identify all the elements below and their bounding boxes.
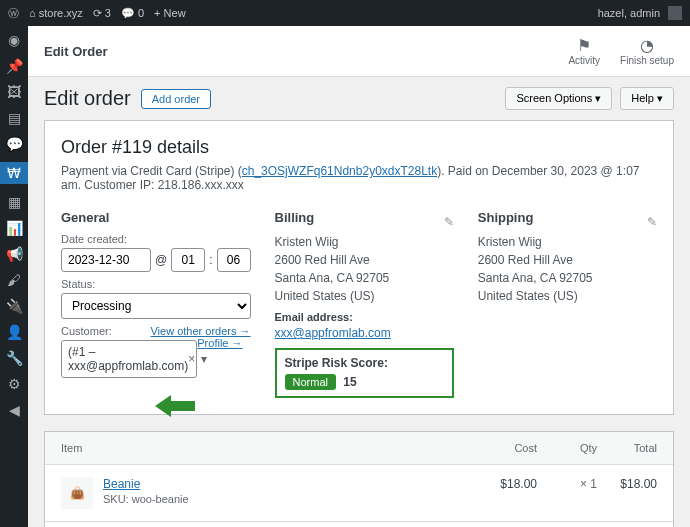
title-bar: Edit order Add order Screen Options ▾ He… bbox=[28, 77, 690, 120]
home-icon[interactable]: ⌂ store.xyz bbox=[29, 7, 83, 19]
date-input[interactable] bbox=[61, 248, 151, 272]
billing-email-link[interactable]: xxx@appfromlab.com bbox=[275, 326, 391, 340]
woocommerce-icon[interactable]: ₩ bbox=[0, 162, 28, 184]
col-qty: Qty bbox=[537, 442, 597, 454]
col-item: Item bbox=[61, 442, 477, 454]
wp-logo-icon[interactable]: ⓦ bbox=[8, 6, 19, 21]
profile-link[interactable]: Profile → bbox=[197, 337, 242, 349]
order-details-card: Order #119 details Payment via Credit Ca… bbox=[44, 120, 674, 415]
customer-select[interactable]: (#1 – xxx@appfromlab.com) × ▾ bbox=[61, 340, 197, 378]
chevron-down-icon[interactable]: ▾ bbox=[201, 352, 207, 366]
page-title: Edit order bbox=[44, 87, 131, 110]
general-heading: General bbox=[61, 210, 251, 225]
annotation-arrow-icon bbox=[155, 393, 195, 419]
finish-setup-icon: ◔ bbox=[620, 36, 674, 55]
status-select[interactable]: Processing bbox=[61, 293, 251, 319]
help-button[interactable]: Help ▾ bbox=[620, 87, 674, 110]
product-thumb-icon: 👜 bbox=[61, 477, 93, 509]
admin-sidebar: ◉ 📌 🖾 ▤ 💬 ₩ ▦ 📊 📢 🖌 🔌 👤 🔧 ⚙ ◀ bbox=[0, 26, 28, 527]
pages-icon[interactable]: ▤ bbox=[6, 110, 22, 126]
status-label: Status: bbox=[61, 278, 251, 290]
item-qty: × 1 bbox=[537, 477, 597, 491]
pin-icon[interactable]: 📌 bbox=[6, 58, 22, 74]
stripe-risk-box: Stripe Risk Score: Normal 15 bbox=[275, 348, 454, 398]
clear-customer-icon[interactable]: × bbox=[188, 352, 195, 366]
edit-billing-icon[interactable]: ✎ bbox=[444, 215, 454, 229]
plugins-icon[interactable]: 🔌 bbox=[6, 298, 22, 314]
minute-input[interactable] bbox=[217, 248, 251, 272]
svg-marker-0 bbox=[155, 395, 195, 417]
page-header: Edit Order ⚑ Activity ◔ Finish setup bbox=[28, 26, 690, 77]
date-created-label: Date created: bbox=[61, 233, 251, 245]
add-order-button[interactable]: Add order bbox=[141, 89, 211, 109]
customer-value: (#1 – xxx@appfromlab.com) bbox=[68, 345, 188, 373]
order-items-card: Item Cost Qty Total 👜 Beanie SKU: woo-be… bbox=[44, 431, 674, 527]
billing-heading: Billing bbox=[275, 210, 315, 225]
at-symbol: @ bbox=[155, 253, 167, 267]
stripe-charge-link[interactable]: ch_3OSjWZFq61Ndnb2y0xdxT28Ltk bbox=[242, 164, 437, 178]
items-header-row: Item Cost Qty Total bbox=[45, 432, 673, 465]
avatar-icon[interactable] bbox=[668, 6, 682, 20]
dashboard-icon[interactable]: ◉ bbox=[6, 32, 22, 48]
col-total: Total bbox=[597, 442, 657, 454]
order-subtitle: Payment via Credit Card (Stripe) (ch_3OS… bbox=[61, 164, 657, 192]
order-totals: Items Subtotal: $18.00 Order Total: $18.… bbox=[45, 521, 673, 527]
email-label: Email address: bbox=[275, 311, 454, 323]
item-total: $18.00 bbox=[597, 477, 657, 491]
updates-icon[interactable]: ⟳ 3 bbox=[93, 7, 111, 20]
appearance-icon[interactable]: 🖌 bbox=[6, 272, 22, 288]
collapse-icon[interactable]: ◀ bbox=[6, 402, 22, 418]
general-column: General Date created: @ : Status: Proces… bbox=[61, 210, 251, 398]
tools-icon[interactable]: 🔧 bbox=[6, 350, 22, 366]
comments-menu-icon[interactable]: 💬 bbox=[6, 136, 22, 152]
edit-shipping-icon[interactable]: ✎ bbox=[647, 215, 657, 229]
risk-score-label: Stripe Risk Score: bbox=[285, 356, 444, 370]
finish-setup-button[interactable]: ◔ Finish setup bbox=[620, 36, 674, 66]
shipping-column: Shipping ✎ Kristen Wiig 2600 Red Hill Av… bbox=[478, 210, 657, 398]
billing-address: Kristen Wiig 2600 Red Hill Ave Santa Ana… bbox=[275, 233, 454, 305]
hour-input[interactable] bbox=[171, 248, 205, 272]
col-cost: Cost bbox=[477, 442, 537, 454]
user-greeting[interactable]: hazel, admin bbox=[598, 7, 660, 19]
activity-button[interactable]: ⚑ Activity bbox=[568, 36, 600, 66]
admin-topbar: ⓦ ⌂ store.xyz ⟳ 3 💬 0 + New hazel, admin bbox=[0, 0, 690, 26]
page-header-title: Edit Order bbox=[44, 44, 108, 59]
view-other-orders-link[interactable]: View other orders → bbox=[150, 325, 250, 337]
marketing-icon[interactable]: 📢 bbox=[6, 246, 22, 262]
analytics-icon[interactable]: 📊 bbox=[6, 220, 22, 236]
product-link[interactable]: Beanie bbox=[103, 477, 140, 491]
users-icon[interactable]: 👤 bbox=[6, 324, 22, 340]
comments-icon[interactable]: 💬 0 bbox=[121, 7, 144, 20]
activity-icon: ⚑ bbox=[568, 36, 600, 55]
media-icon[interactable]: 🖾 bbox=[6, 84, 22, 100]
new-button[interactable]: + New bbox=[154, 7, 186, 19]
line-item-row: 👜 Beanie SKU: woo-beanie $18.00 × 1 $18.… bbox=[45, 465, 673, 521]
shipping-heading: Shipping bbox=[478, 210, 534, 225]
billing-column: Billing ✎ Kristen Wiig 2600 Red Hill Ave… bbox=[275, 210, 454, 398]
order-title: Order #119 details bbox=[61, 137, 657, 158]
risk-level-badge: Normal bbox=[285, 374, 336, 390]
settings-icon[interactable]: ⚙ bbox=[6, 376, 22, 392]
customer-label: Customer: View other orders → Profile → bbox=[61, 325, 251, 337]
shipping-address: Kristen Wiig 2600 Red Hill Ave Santa Ana… bbox=[478, 233, 657, 305]
risk-score-value: 15 bbox=[343, 375, 356, 389]
products-icon[interactable]: ▦ bbox=[6, 194, 22, 210]
screen-options-button[interactable]: Screen Options ▾ bbox=[505, 87, 612, 110]
product-sku: SKU: woo-beanie bbox=[103, 493, 477, 505]
item-cost: $18.00 bbox=[477, 477, 537, 491]
